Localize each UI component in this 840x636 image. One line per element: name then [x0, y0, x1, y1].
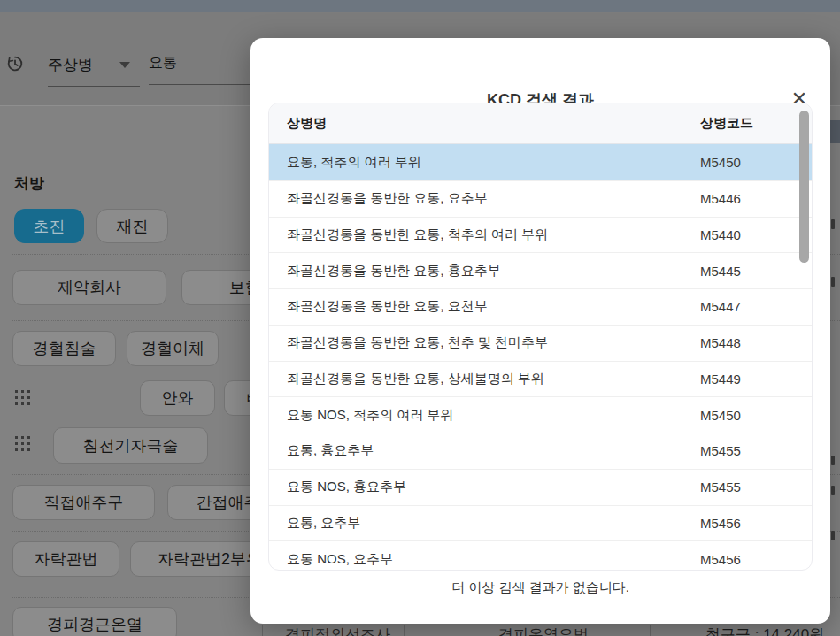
clipped-text-fragment: [831, 277, 835, 287]
no-more-results-message: 더 이상 검색 결과가 없습니다.: [250, 579, 830, 596]
divider: [650, 625, 651, 636]
disease-name: 좌골신경통을 동반한 요통, 척추의 여러 부위: [269, 226, 548, 243]
bottom-bar-item[interactable]: 경피적외선조사: [285, 625, 390, 636]
table-row[interactable]: 요통 NOS, 흉요추부 M5455: [269, 469, 812, 505]
divider: [262, 625, 263, 636]
search-input-underline: [149, 84, 257, 85]
disease-code: M5446: [700, 191, 741, 206]
table-row[interactable]: 좌골신경통을 동반한 요통, 요천부 M5447: [269, 288, 812, 325]
disease-code: M5455: [700, 479, 741, 494]
anwa-button[interactable]: 안와: [140, 380, 215, 416]
scrollbar-thumb[interactable]: [799, 111, 809, 263]
direct-moxibustion-button[interactable]: 직접애주구: [12, 485, 155, 520]
disease-code: M5455: [700, 443, 741, 458]
acupuncture-button[interactable]: 경혈침술: [12, 331, 116, 366]
drag-handle-icon[interactable]: [12, 387, 31, 406]
disease-code: M5450: [700, 408, 741, 423]
column-disease-name: 상병명: [269, 115, 327, 132]
table-row[interactable]: 요통 NOS, 요추부 M5456: [269, 540, 812, 571]
acupoint-transfer-button[interactable]: 경혈이체: [127, 331, 219, 366]
disease-name: 좌골신경통을 동반한 요통, 상세불명의 부위: [269, 371, 544, 387]
electro-acupuncture-button[interactable]: 침전기자극술: [53, 427, 208, 464]
table-row[interactable]: 좌골신경통을 동반한 요통, 천추 및 천미추부 M5448: [269, 325, 812, 361]
bottom-bar-item[interactable]: 경피온열요법: [498, 625, 589, 636]
table-row[interactable]: 요통, 요추부 M5456: [269, 505, 812, 541]
disease-code: M5440: [700, 227, 741, 242]
disease-code: M5445: [700, 264, 741, 279]
table-row[interactable]: 좌골신경통을 동반한 요통, 요추부 M5446: [269, 180, 812, 217]
disease-name: 요통, 척추의 여러 부위: [269, 154, 421, 171]
disease-name: 요통 NOS, 흉요추부: [269, 479, 406, 495]
kcd-result-table: 상병명 상병코드 요통, 척추의 여러 부위 M5450 좌골신경통을 동반한 …: [268, 103, 813, 571]
disease-code: M5456: [700, 552, 741, 567]
table-body: 요통, 척추의 여러 부위 M5450 좌골신경통을 동반한 요통, 요추부 M…: [269, 144, 812, 571]
history-icon[interactable]: [5, 54, 25, 73]
disease-code: M5449: [700, 372, 741, 387]
disease-code: M5456: [700, 516, 741, 531]
disease-code: M5447: [700, 299, 741, 314]
disease-name: 요통, 요추부: [269, 515, 360, 532]
table-row[interactable]: 요통, 흉요추부 M5455: [269, 433, 812, 469]
divider: [404, 625, 405, 636]
diagnosis-type-dropdown[interactable]: 주상병: [48, 55, 93, 75]
prescription-section-title: 처방: [14, 173, 44, 194]
disease-name: 좌골신경통을 동반한 요통, 요추부: [269, 190, 488, 207]
chevron-down-icon[interactable]: [119, 62, 130, 68]
clipped-text-fragment: [831, 531, 835, 540]
clipped-row-fragment: [830, 120, 840, 143]
table-row[interactable]: 좌골신경통을 동반한 요통, 상세불명의 부위 M5449: [269, 361, 812, 397]
table-row[interactable]: 요통, 척추의 여러 부위 M5450: [269, 144, 812, 180]
disease-name: 요통 NOS, 요추부: [269, 551, 393, 568]
disease-code: M5448: [700, 335, 741, 350]
disease-name: 요통 NOS, 척추의 여러 부위: [269, 407, 453, 424]
jarak-button[interactable]: 자락관법: [12, 541, 119, 577]
table-row[interactable]: 요통 NOS, 척추의 여러 부위 M5450: [269, 396, 812, 433]
dropdown-underline: [48, 86, 140, 87]
heat-therapy-button[interactable]: 경피경근온열: [12, 607, 177, 636]
claim-total-label: 청구금 : 14,240원: [705, 625, 824, 636]
revisit-button[interactable]: 재진: [96, 209, 168, 243]
first-visit-button[interactable]: 초진: [14, 209, 84, 243]
clipped-text-fragment: [831, 486, 835, 495]
pharma-company-button[interactable]: 제약회사: [12, 270, 166, 305]
table-row[interactable]: 좌골신경통을 동반한 요통, 척추의 여러 부위 M5440: [269, 217, 812, 253]
disease-name: 좌골신경통을 동반한 요통, 요천부: [269, 298, 488, 315]
disease-name: 좌골신경통을 동반한 요통, 천추 및 천미추부: [269, 334, 548, 351]
disease-name: 요통, 흉요추부: [269, 442, 374, 459]
clipped-text-fragment: [831, 456, 835, 465]
table-row[interactable]: 좌골신경통을 동반한 요통, 흉요추부 M5445: [269, 252, 812, 288]
drag-handle-icon[interactable]: [12, 433, 31, 452]
kcd-search-result-dialog: KCD 검색 결과 ✕ 상병명 상병코드 요통, 척추의 여러 부위 M5450…: [250, 38, 830, 624]
table-header-row: 상병명 상병코드: [269, 103, 812, 144]
disease-code: M5450: [700, 155, 741, 170]
column-disease-code: 상병코드: [700, 115, 753, 132]
diagnosis-search-input[interactable]: 요통: [149, 54, 177, 73]
clipped-text-fragment: [831, 219, 835, 229]
window-top-bar: [0, 0, 840, 12]
disease-name: 좌골신경통을 동반한 요통, 흉요추부: [269, 263, 501, 280]
